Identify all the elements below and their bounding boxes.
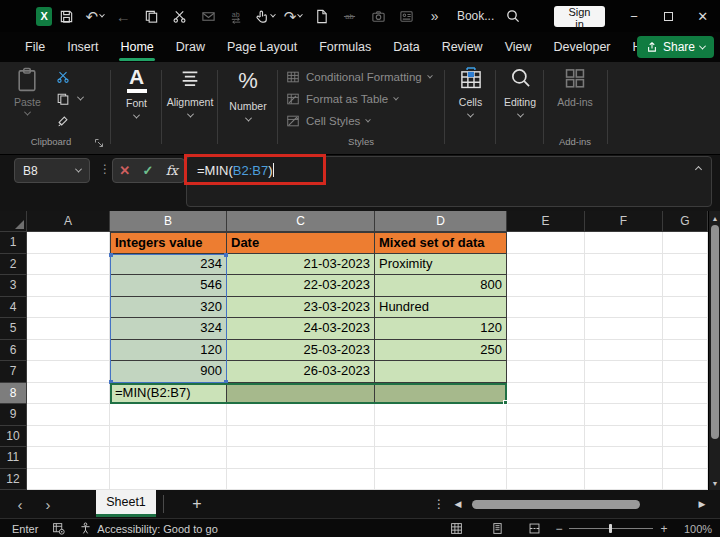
undo-button[interactable]: ↶ bbox=[81, 0, 109, 32]
cancel-icon[interactable]: ✕ bbox=[119, 163, 130, 178]
cell-A7[interactable] bbox=[27, 361, 110, 383]
cell-E9[interactable] bbox=[507, 404, 585, 426]
cell-E5[interactable] bbox=[507, 318, 585, 340]
minimize-button[interactable]: − bbox=[617, 0, 651, 32]
cell-F11[interactable] bbox=[585, 447, 663, 469]
zoom-in-button[interactable]: + bbox=[658, 519, 670, 537]
column-header-G[interactable]: G bbox=[663, 211, 708, 232]
ribbon-tab-file[interactable]: File bbox=[14, 32, 56, 62]
cell-G6[interactable] bbox=[663, 340, 708, 362]
column-header-F[interactable]: F bbox=[585, 211, 663, 232]
cell-C8[interactable] bbox=[227, 383, 375, 405]
cell-B8[interactable]: =MIN(B2:B7) bbox=[110, 383, 227, 405]
alignment-group-button[interactable]: Alignment bbox=[163, 66, 217, 118]
cell-E1[interactable] bbox=[507, 232, 585, 254]
cell-B10[interactable] bbox=[110, 426, 227, 448]
cell-B5[interactable]: 324 bbox=[110, 318, 227, 340]
cell-B9[interactable] bbox=[110, 404, 227, 426]
cell-G12[interactable] bbox=[663, 469, 708, 491]
cell-F2[interactable] bbox=[585, 254, 663, 276]
vertical-scrollbar-thumb[interactable] bbox=[711, 225, 719, 439]
copy-button[interactable] bbox=[56, 91, 83, 106]
row-header-7[interactable]: 7 bbox=[0, 361, 27, 383]
cell-E2[interactable] bbox=[507, 254, 585, 276]
cell-C12[interactable] bbox=[227, 469, 375, 491]
row-header-9[interactable]: 9 bbox=[0, 404, 27, 426]
cell-C2[interactable]: 21-03-2023 bbox=[227, 254, 375, 276]
zoom-level[interactable]: 100% bbox=[684, 519, 712, 537]
cell-E3[interactable] bbox=[507, 275, 585, 297]
row-header-6[interactable]: 6 bbox=[0, 340, 27, 362]
cell-B7[interactable]: 900 bbox=[110, 361, 227, 383]
zoom-slider-thumb[interactable] bbox=[609, 524, 612, 533]
enter-icon[interactable]: ✓ bbox=[142, 163, 153, 178]
cell-D10[interactable] bbox=[375, 426, 507, 448]
page-break-preview-button[interactable] bbox=[526, 521, 542, 536]
sheet-tab-sheet1[interactable]: Sheet1 bbox=[96, 490, 156, 517]
select-all-button[interactable] bbox=[0, 211, 27, 232]
formula-bar-grip[interactable]: ⋮ bbox=[99, 162, 111, 176]
cell-E7[interactable] bbox=[507, 361, 585, 383]
ribbon-tab-review[interactable]: Review bbox=[431, 32, 494, 62]
cell-D9[interactable] bbox=[375, 404, 507, 426]
cell-F6[interactable] bbox=[585, 340, 663, 362]
font-group-button[interactable]: A Font bbox=[112, 66, 161, 119]
cell-F3[interactable] bbox=[585, 275, 663, 297]
cell-C6[interactable]: 25-03-2023 bbox=[227, 340, 375, 362]
normal-view-button[interactable] bbox=[448, 521, 464, 536]
cell-A4[interactable] bbox=[27, 297, 110, 319]
cell-G8[interactable] bbox=[663, 383, 708, 405]
cell-B11[interactable] bbox=[110, 447, 227, 469]
cell-G4[interactable] bbox=[663, 297, 708, 319]
cell-D1[interactable]: Mixed set of data bbox=[375, 232, 507, 254]
save-icon[interactable] bbox=[52, 0, 80, 32]
column-header-D[interactable]: D bbox=[375, 211, 507, 232]
cell-C3[interactable]: 22-03-2023 bbox=[227, 275, 375, 297]
cut-icon[interactable] bbox=[166, 0, 194, 32]
cell-G1[interactable] bbox=[663, 232, 708, 254]
cell-G2[interactable] bbox=[663, 254, 708, 276]
column-header-B[interactable]: B bbox=[110, 211, 227, 232]
cell-D3[interactable]: 800 bbox=[375, 275, 507, 297]
format-painter-button[interactable] bbox=[56, 113, 83, 128]
horizontal-scrollbar-thumb[interactable] bbox=[472, 500, 640, 509]
cell-styles-button[interactable]: Cell Styles bbox=[286, 113, 432, 129]
new-file-icon[interactable] bbox=[307, 0, 335, 32]
cell-G11[interactable] bbox=[663, 447, 708, 469]
cell-E10[interactable] bbox=[507, 426, 585, 448]
format-as-table-button[interactable]: Format as Table bbox=[286, 91, 432, 107]
cell-G3[interactable] bbox=[663, 275, 708, 297]
excel-logo-icon[interactable]: X bbox=[36, 7, 52, 26]
redo-button[interactable]: ↷ bbox=[279, 0, 307, 32]
ribbon-tab-page-layout[interactable]: Page Layout bbox=[216, 32, 308, 62]
cell-F8[interactable] bbox=[585, 383, 663, 405]
cell-G9[interactable] bbox=[663, 404, 708, 426]
paste-button[interactable]: Paste bbox=[14, 67, 41, 116]
cell-D12[interactable] bbox=[375, 469, 507, 491]
column-header-E[interactable]: E bbox=[507, 211, 585, 232]
clipboard-dialog-launcher[interactable] bbox=[94, 138, 104, 148]
cell-A6[interactable] bbox=[27, 340, 110, 362]
insert-function-icon[interactable]: fx bbox=[166, 163, 178, 178]
cell-C11[interactable] bbox=[227, 447, 375, 469]
macro-record-button[interactable] bbox=[52, 522, 65, 535]
cell-A5[interactable] bbox=[27, 318, 110, 340]
accessibility-status[interactable]: Accessibility: Good to go bbox=[79, 522, 217, 535]
ribbon-tab-developer[interactable]: Developer bbox=[543, 32, 622, 62]
scroll-down-icon[interactable]: ▼ bbox=[709, 477, 720, 489]
cell-F7[interactable] bbox=[585, 361, 663, 383]
add-ins-button[interactable]: Add-ins bbox=[545, 66, 605, 108]
close-button[interactable]: ✕ bbox=[686, 0, 720, 32]
cell-D4[interactable]: Hundred bbox=[375, 297, 507, 319]
cell-C10[interactable] bbox=[227, 426, 375, 448]
cell-F4[interactable] bbox=[585, 297, 663, 319]
cell-B4[interactable]: 320 bbox=[110, 297, 227, 319]
column-header-C[interactable]: C bbox=[227, 211, 375, 232]
number-group-button[interactable]: % Number bbox=[219, 66, 277, 122]
cell-G7[interactable] bbox=[663, 361, 708, 383]
cell-C4[interactable]: 23-03-2023 bbox=[227, 297, 375, 319]
sheet-options-icon[interactable]: ⋮ bbox=[432, 490, 446, 518]
cell-F10[interactable] bbox=[585, 426, 663, 448]
conditional-formatting-button[interactable]: Conditional Formatting bbox=[286, 69, 432, 85]
name-box[interactable]: B8 bbox=[14, 158, 90, 183]
